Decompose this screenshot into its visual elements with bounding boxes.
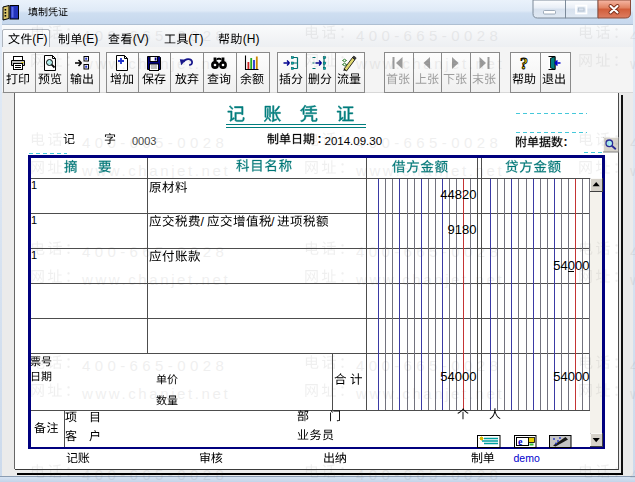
svg-text:?: ? xyxy=(520,54,528,71)
svg-text:e: e xyxy=(518,436,523,447)
